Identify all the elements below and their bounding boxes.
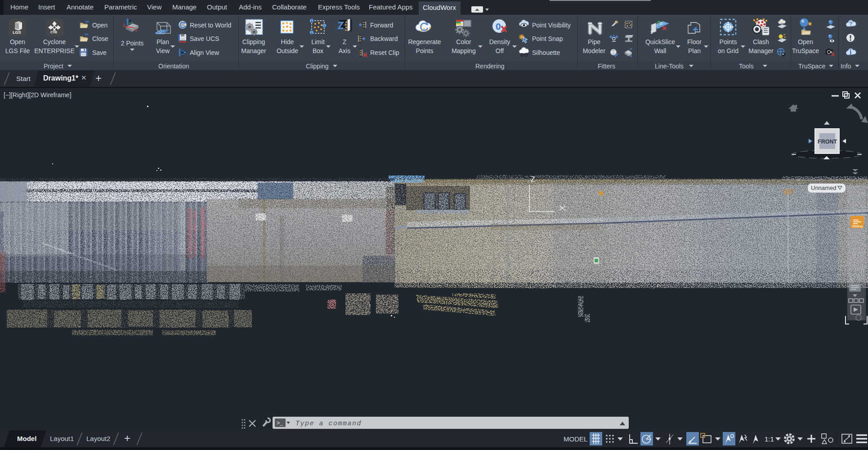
svg-text:0: 0 [496, 21, 501, 32]
svg-text:2: 2 [660, 21, 662, 26]
svg-text:Markup: Markup [852, 225, 863, 228]
svg-text:2: 2 [311, 31, 313, 34]
svg-text:FRONT: FRONT [818, 139, 837, 145]
svg-text:1: 1 [323, 24, 325, 27]
svg-text:z: z [129, 18, 131, 23]
svg-text:2: 2 [135, 28, 137, 32]
svg-text:?: ? [849, 21, 852, 27]
svg-text:3: 3 [311, 19, 313, 22]
svg-text:Z: Z [531, 176, 535, 183]
svg-text:LGS: LGS [13, 30, 21, 35]
svg-text:>_: >_ [277, 420, 283, 427]
svg-text:Type a command: Type a command [295, 420, 362, 428]
svg-text:1: 1 [650, 30, 653, 35]
svg-text:1: 1 [123, 22, 125, 27]
svg-text:CYE: CYE [50, 30, 57, 34]
svg-text:1:1: 1:1 [765, 435, 774, 443]
